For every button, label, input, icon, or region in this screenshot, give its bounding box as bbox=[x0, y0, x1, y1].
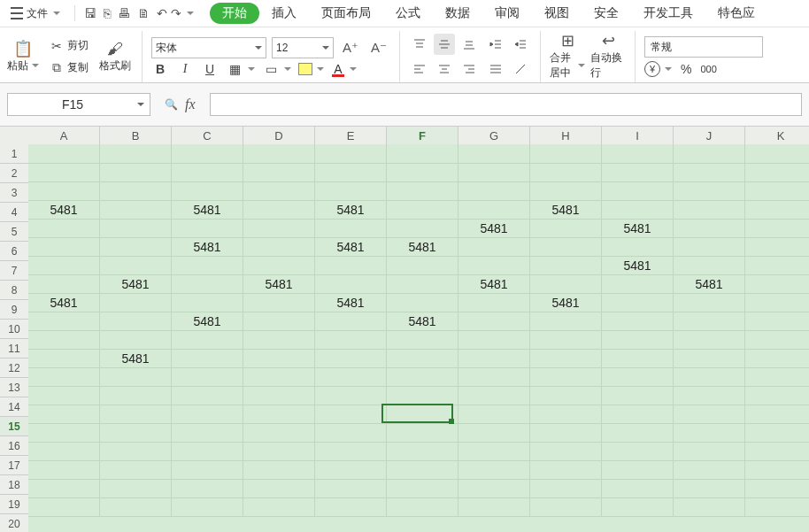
cell-A18[interactable] bbox=[28, 460, 100, 480]
row-header-6[interactable]: 6 bbox=[0, 242, 28, 261]
cell-K16[interactable] bbox=[745, 423, 809, 443]
cell-E14[interactable] bbox=[315, 386, 387, 405]
print-icon[interactable]: 🖶 bbox=[118, 6, 130, 20]
bold-button[interactable]: B bbox=[151, 62, 169, 76]
cell-B4[interactable] bbox=[100, 200, 172, 220]
cell-I1[interactable] bbox=[602, 144, 674, 164]
cell-C10[interactable]: 5481 bbox=[172, 312, 243, 331]
cell-H2[interactable] bbox=[530, 163, 602, 182]
font-color-button[interactable]: A bbox=[331, 62, 357, 76]
cell-G11[interactable] bbox=[458, 330, 530, 350]
row-header-2[interactable]: 2 bbox=[0, 164, 28, 183]
cell-E15[interactable] bbox=[315, 405, 387, 424]
print-preview-icon[interactable]: 🗎 bbox=[137, 6, 150, 20]
cell-F2[interactable] bbox=[387, 163, 458, 182]
cell-K13[interactable] bbox=[745, 367, 809, 387]
cell-D4[interactable] bbox=[243, 200, 315, 220]
font-size-select[interactable]: 12 bbox=[272, 37, 334, 58]
cell-A6[interactable] bbox=[28, 237, 100, 257]
cell-I15[interactable] bbox=[602, 405, 674, 424]
cell-B14[interactable] bbox=[100, 386, 172, 405]
tab-特色应[interactable]: 特色应 bbox=[705, 2, 767, 25]
cell-B20[interactable] bbox=[100, 497, 172, 517]
cell-G7[interactable] bbox=[458, 256, 530, 275]
cell-E3[interactable] bbox=[315, 181, 387, 201]
cell-I17[interactable] bbox=[602, 442, 674, 461]
cell-I2[interactable] bbox=[602, 163, 674, 182]
cell-G18[interactable] bbox=[458, 460, 530, 480]
undo-icon[interactable]: ↶ bbox=[157, 6, 167, 20]
row-header-10[interactable]: 10 bbox=[0, 320, 28, 339]
cell-C8[interactable] bbox=[172, 274, 243, 294]
cell-E19[interactable] bbox=[315, 479, 387, 498]
column-header-H[interactable]: H bbox=[530, 127, 602, 144]
cell-H9[interactable]: 5481 bbox=[530, 293, 602, 312]
cell-J10[interactable] bbox=[674, 312, 745, 331]
cell-F1[interactable] bbox=[387, 144, 458, 164]
cell-K12[interactable] bbox=[745, 349, 809, 368]
cell-B3[interactable] bbox=[100, 181, 172, 201]
tab-开始[interactable]: 开始 bbox=[210, 3, 259, 24]
cell-E10[interactable] bbox=[315, 312, 387, 331]
cell-B9[interactable] bbox=[100, 293, 172, 312]
cell-G17[interactable] bbox=[458, 442, 530, 461]
cell-A9[interactable]: 5481 bbox=[28, 293, 100, 312]
cell-I12[interactable] bbox=[602, 349, 674, 368]
cell-K1[interactable] bbox=[745, 144, 809, 164]
cell-C15[interactable] bbox=[172, 405, 243, 424]
cell-D8[interactable]: 5481 bbox=[243, 274, 315, 294]
cell-J15[interactable] bbox=[674, 405, 745, 424]
column-header-D[interactable]: D bbox=[243, 127, 315, 144]
cell-C16[interactable] bbox=[172, 423, 243, 443]
cell-D5[interactable] bbox=[243, 219, 315, 238]
thousands-button[interactable]: 000 bbox=[700, 64, 716, 74]
cell-E20[interactable] bbox=[315, 497, 387, 517]
cell-I16[interactable] bbox=[602, 423, 674, 443]
tab-视图[interactable]: 视图 bbox=[532, 2, 582, 25]
cell-B19[interactable] bbox=[100, 479, 172, 498]
cell-G9[interactable] bbox=[458, 293, 530, 312]
cell-I4[interactable] bbox=[602, 200, 674, 220]
row-header-14[interactable]: 14 bbox=[0, 397, 28, 417]
cell-E4[interactable]: 5481 bbox=[315, 200, 387, 220]
cell-H15[interactable] bbox=[530, 405, 602, 424]
cell-J6[interactable] bbox=[674, 237, 745, 257]
tab-插入[interactable]: 插入 bbox=[259, 2, 309, 25]
cell-J8[interactable]: 5481 bbox=[674, 274, 745, 294]
column-header-F[interactable]: F bbox=[387, 127, 458, 144]
cell-F5[interactable] bbox=[387, 219, 458, 238]
cell-F12[interactable] bbox=[387, 349, 458, 368]
cell-I13[interactable] bbox=[602, 367, 674, 387]
cell-D9[interactable] bbox=[243, 293, 315, 312]
cell-H18[interactable] bbox=[530, 460, 602, 480]
cell-D11[interactable] bbox=[243, 330, 315, 350]
cell-H13[interactable] bbox=[530, 367, 602, 387]
cell-E17[interactable] bbox=[315, 442, 387, 461]
fx-icon[interactable]: fx bbox=[185, 96, 196, 112]
cell-B18[interactable] bbox=[100, 460, 172, 480]
cell-K5[interactable] bbox=[745, 219, 809, 238]
cell-H1[interactable] bbox=[530, 144, 602, 164]
cell-D7[interactable] bbox=[243, 256, 315, 275]
cell-A11[interactable] bbox=[28, 330, 100, 350]
row-header-9[interactable]: 9 bbox=[0, 300, 28, 320]
cell-J20[interactable] bbox=[674, 497, 745, 517]
cell-G13[interactable] bbox=[458, 367, 530, 387]
cell-D17[interactable] bbox=[243, 442, 315, 461]
cell-I8[interactable] bbox=[602, 274, 674, 294]
align-center-button[interactable] bbox=[434, 58, 455, 80]
cells-grid[interactable]: 5481548154815481548154815481548154815481… bbox=[28, 144, 809, 532]
cell-G2[interactable] bbox=[458, 163, 530, 182]
cell-D19[interactable] bbox=[243, 479, 315, 498]
cell-K4[interactable] bbox=[745, 200, 809, 220]
cell-H14[interactable] bbox=[530, 386, 602, 405]
cell-B17[interactable] bbox=[100, 442, 172, 461]
cell-H11[interactable] bbox=[530, 330, 602, 350]
cell-C3[interactable] bbox=[172, 181, 243, 201]
cell-G6[interactable] bbox=[458, 237, 530, 257]
cell-A20[interactable] bbox=[28, 497, 100, 517]
cell-J19[interactable] bbox=[674, 479, 745, 498]
cell-C12[interactable] bbox=[172, 349, 243, 368]
tab-审阅[interactable]: 审阅 bbox=[482, 2, 532, 25]
cell-K15[interactable] bbox=[745, 405, 809, 424]
